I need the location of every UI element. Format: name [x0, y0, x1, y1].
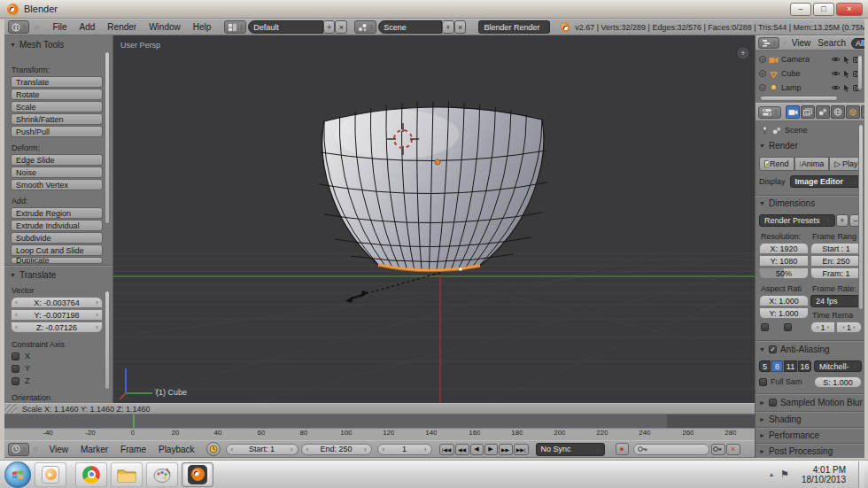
visibility-eye-icon[interactable]: [831, 56, 841, 63]
preset-add-button[interactable]: +: [836, 214, 849, 227]
tab-scene[interactable]: [816, 105, 830, 119]
play-rendered-button[interactable]: ▷ Play: [829, 157, 862, 171]
tab-modifiers[interactable]: [861, 105, 864, 119]
taskbar-blender-icon[interactable]: [182, 462, 213, 487]
play-reverse-button[interactable]: ◀: [470, 444, 484, 455]
collapse-menu-icon[interactable]: ○: [35, 23, 39, 32]
display-mode-select[interactable]: Image Editor ↕: [790, 175, 862, 188]
full-sample-checkbox[interactable]: [759, 378, 767, 386]
render-still-button[interactable]: Rend: [759, 157, 794, 171]
scene-browse-button[interactable]: ↕: [354, 20, 376, 34]
tool-extrude-individual-button[interactable]: Extrude Individual: [11, 220, 103, 231]
play-button[interactable]: ▶: [484, 444, 498, 455]
vector-z-field[interactable]: ‹ Z: -0.07126 ›: [11, 321, 103, 333]
tool-noise-button[interactable]: Noise: [11, 167, 103, 178]
menu-help[interactable]: Help: [187, 22, 218, 32]
scene-add-button[interactable]: +: [442, 20, 454, 34]
aa-samples-11-button[interactable]: 11: [784, 360, 797, 372]
pin-icon[interactable]: [761, 126, 769, 135]
operator-panel-header[interactable]: ▼ Translate: [10, 270, 56, 280]
selectability-cursor-icon[interactable]: [843, 70, 850, 78]
current-frame-field[interactable]: ‹ 1 ›: [377, 444, 432, 455]
tool-duplicate-button[interactable]: Duplicate: [11, 257, 103, 264]
taskbar-clock[interactable]: 4:01 PM 18/10/2013: [796, 465, 851, 484]
crop-checkbox[interactable]: [784, 323, 792, 331]
region-expand-button[interactable]: +: [736, 46, 750, 60]
aspect-x-field[interactable]: X: 1.000: [759, 295, 809, 306]
operator-panel-scrollbar[interactable]: [105, 290, 110, 390]
tool-loop-cut-button[interactable]: Loop Cut and Slide: [11, 244, 103, 256]
frame-end-field[interactable]: ‹ End: 250 ›: [301, 444, 372, 455]
taskbar-paint-icon[interactable]: [146, 462, 178, 487]
dimensions-panel-header[interactable]: ▼ Dimensions: [759, 198, 815, 208]
show-desktop-button[interactable]: [858, 461, 864, 488]
tool-push-pull-button[interactable]: Push/Pull: [11, 126, 103, 137]
screen-layout-add-button[interactable]: +: [323, 20, 336, 34]
viewport-canvas[interactable]: [113, 35, 755, 403]
menu-render[interactable]: Render: [101, 22, 143, 32]
outliner-menu-search[interactable]: Search: [814, 38, 849, 48]
menu-file[interactable]: File: [46, 22, 73, 32]
expand-icon[interactable]: +: [759, 84, 766, 91]
tool-translate-button[interactable]: Translate: [11, 76, 103, 88]
aa-filter-select[interactable]: Mitchell- ↕: [814, 360, 862, 372]
timeline-editor-type-button[interactable]: ↕: [8, 443, 29, 456]
aa-samples-8-button[interactable]: 8: [771, 360, 783, 372]
frame-end-prop-field[interactable]: En: 250: [810, 255, 862, 267]
aa-samples-16-button[interactable]: 16: [798, 360, 811, 372]
close-button[interactable]: ×: [836, 3, 863, 16]
antialiasing-panel-header[interactable]: ▼ ✓ Anti-Aliasing: [759, 345, 830, 354]
frame-start-field[interactable]: ‹ Start: 1 ›: [226, 444, 298, 455]
collapse-menu-icon[interactable]: ○: [782, 39, 787, 47]
resolution-percentage-slider[interactable]: 50%: [759, 267, 809, 279]
auto-keyframe-button[interactable]: ●: [616, 443, 629, 455]
render-engine-select[interactable]: Blender Render ↕: [478, 20, 550, 34]
visibility-eye-icon[interactable]: [831, 84, 841, 91]
minimize-button[interactable]: –: [790, 3, 811, 16]
collapse-menu-icon[interactable]: ○: [34, 445, 38, 453]
fps-select[interactable]: 24 fps ↕: [810, 295, 862, 307]
jump-to-end-button[interactable]: ▶▶|: [514, 444, 529, 455]
resize-grip[interactable]: [4, 404, 17, 414]
screen-layout-type-button[interactable]: ↕: [224, 20, 246, 34]
info-editor-type-button[interactable]: ↕: [8, 20, 29, 34]
resolution-x-field[interactable]: X: 1920: [759, 243, 809, 254]
jump-to-start-button[interactable]: |◀◀: [439, 444, 454, 455]
maximize-button[interactable]: □: [813, 3, 834, 16]
outliner-row-cube[interactable]: + Cube: [756, 66, 864, 81]
selectability-cursor-icon[interactable]: [843, 84, 850, 92]
properties-editor-type-button[interactable]: ↕: [758, 106, 781, 119]
checkbox[interactable]: [12, 377, 19, 385]
insert-keyframe-button[interactable]: [711, 444, 725, 455]
tab-world[interactable]: [831, 105, 845, 119]
tool-edge-slide-button[interactable]: Edge Slide: [11, 154, 103, 166]
tool-subdivide-button[interactable]: Subdivide: [11, 232, 103, 244]
taskbar-explorer-icon[interactable]: [111, 462, 143, 487]
screen-layout-delete-button[interactable]: ×: [335, 20, 347, 34]
menu-add[interactable]: Add: [74, 22, 102, 32]
prev-keyframe-button[interactable]: ◀◀: [455, 444, 469, 455]
view3d-header[interactable]: Scale X: 1.1460 Y: 1.1460 Z: 1.1460: [4, 403, 755, 414]
remap-new-field[interactable]: ‹ 1 ›: [836, 321, 862, 333]
timeline-track[interactable]: [4, 414, 755, 428]
tool-scale-button[interactable]: Scale: [11, 101, 103, 112]
motion-blur-checkbox[interactable]: [769, 399, 777, 407]
tool-rotate-button[interactable]: Rotate: [11, 89, 103, 100]
screen-layout-field[interactable]: Default: [248, 20, 322, 34]
outliner-menu-view[interactable]: View: [788, 38, 815, 48]
menu-window[interactable]: Window: [143, 22, 187, 32]
mesh-tools-panel-header[interactable]: ▼ Mesh Tools: [10, 40, 64, 50]
properties-scrollbar[interactable]: [858, 124, 864, 310]
tool-extrude-region-button[interactable]: Extrude Region: [11, 207, 103, 219]
sampled-motion-blur-panel[interactable]: ► Sampled Motion Blur: [759, 398, 863, 407]
outliner-vscrollbar[interactable]: [857, 55, 863, 90]
keying-set-field[interactable]: [633, 444, 709, 455]
tab-render-layers[interactable]: [801, 105, 815, 119]
tool-shelf-scrollbar[interactable]: [105, 51, 110, 224]
frame-step-field[interactable]: Fram: 1: [810, 267, 862, 279]
constraint-x-row[interactable]: X: [12, 352, 30, 360]
next-keyframe-button[interactable]: ▶▶: [499, 444, 513, 455]
outliner-row-lamp[interactable]: + Lamp: [756, 81, 864, 95]
region-splitter[interactable]: [4, 265, 113, 266]
tab-object[interactable]: [846, 105, 860, 119]
